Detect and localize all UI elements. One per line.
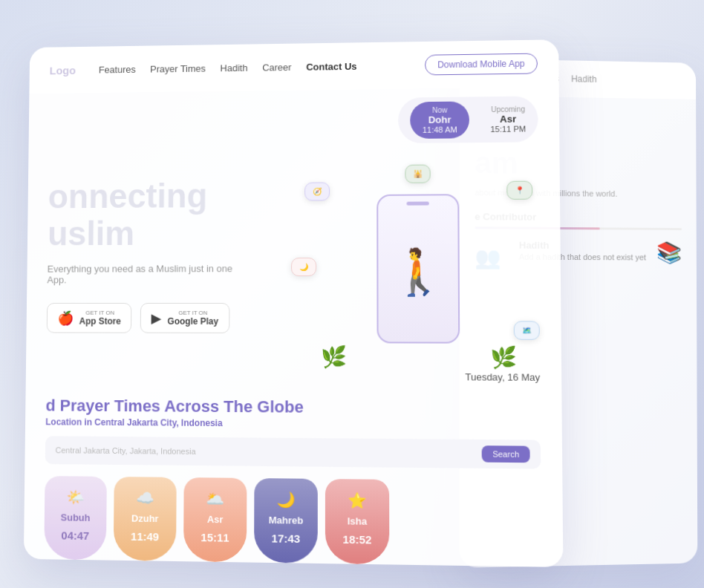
compass-icon: 🧭: [313, 187, 322, 195]
prayer-times-section: d Prayer Times Across The Globe Location…: [24, 376, 564, 567]
bubble-moon: 🌙: [291, 258, 316, 276]
google-play-icon: ▶: [151, 310, 162, 327]
app-store-button[interactable]: 🍎 GET IT ON App Store: [47, 303, 132, 333]
prayer-now: Now Dohr 11:48 AM: [411, 101, 469, 139]
hero-text: onnecting uslim Everything you need as a…: [46, 162, 299, 376]
hero-section: onnecting uslim Everything you need as a…: [26, 160, 561, 378]
nav-career[interactable]: Career: [262, 62, 291, 73]
back-nav-hadith: Hadith: [571, 74, 596, 84]
hero-illustration: 🕌 🧭 📍 🌙 🗺️: [299, 160, 540, 377]
phone-notch: [406, 202, 428, 206]
asr-time: 15:11: [201, 531, 229, 544]
prayer-upcoming: Upcoming Asr 15:11 PM: [490, 105, 526, 134]
prayer-card-fajr: 🌤️ Subuh 04:47: [44, 476, 107, 561]
hero-title-line1: onnecting: [48, 177, 207, 215]
leaf-left: 🌿: [321, 344, 347, 369]
hero-subtitle: Everything you need as a Muslim just in …: [47, 263, 236, 285]
nav-hadith[interactable]: Hadith: [220, 62, 247, 74]
search-placeholder: Central Jakarta City, Jakarta, Indonesia: [56, 445, 196, 456]
location-icon: 📍: [515, 186, 524, 195]
prayer-now-label: Now: [432, 106, 447, 114]
navbar: Logo Features Prayer Times Hadith Career…: [29, 39, 558, 94]
bubble-map: 🗺️: [514, 321, 540, 339]
hero-title-line2: uslim: [48, 214, 134, 252]
mosque-icon: 🕌: [413, 170, 422, 178]
isha-time: 18:52: [343, 533, 372, 546]
nav-logo: Logo: [50, 64, 76, 76]
asr-icon: 🌥️: [206, 489, 224, 508]
prayer-title-prefix: d Prayer Times Across The: [45, 396, 252, 416]
prayer-cards: 🌤️ Subuh 04:47 ☁️ Dzuhr 11:49 🌥️ Asr 15:…: [44, 476, 541, 567]
dhuhr-icon: ☁️: [136, 489, 154, 506]
fajr-icon: 🌤️: [66, 488, 85, 506]
search-button[interactable]: Search: [482, 445, 530, 463]
moon-icon: 🌙: [299, 263, 308, 271]
book-icon: 📚: [656, 240, 682, 264]
prayer-title-globe: Globe: [257, 397, 304, 416]
prayer-bar: Now Dohr 11:48 AM Upcoming Asr 15:11 PM: [398, 96, 538, 143]
dhuhr-name: Dzuhr: [131, 513, 159, 525]
bubble-location: 📍: [506, 181, 532, 200]
prayer-location: Location in Central Jakarta City, Indone…: [45, 416, 303, 429]
prayer-upcoming-label: Upcoming: [491, 105, 525, 114]
fajr-name: Subuh: [61, 512, 91, 523]
bubble-compass: 🧭: [304, 182, 330, 200]
bubble-mosque: 🕌: [405, 165, 430, 183]
leaf-right: 🌿: [490, 345, 517, 370]
prayer-upcoming-time: 15:11 PM: [490, 124, 526, 133]
nav-prayer-times[interactable]: Prayer Times: [150, 62, 206, 74]
isha-name: Isha: [348, 515, 367, 527]
prayer-card-isha: ⭐ Isha 18:52: [325, 479, 389, 564]
google-play-label: GET IT ON Google Play: [168, 310, 219, 327]
front-card: Logo Features Prayer Times Hadith Career…: [24, 39, 564, 567]
maghrib-icon: 🌙: [276, 491, 295, 509]
prayer-card-dhuhr: ☁️ Dzuhr 11:49: [114, 477, 177, 561]
asr-name: Asr: [207, 514, 224, 525]
apple-icon: 🍎: [57, 310, 74, 327]
google-play-button[interactable]: ▶ GET IT ON Google Play: [140, 303, 229, 333]
scene: Logo Features Prayer Times Hadith Career…: [0, 0, 704, 588]
prayer-section-title: d Prayer Times Across The Globe: [45, 396, 303, 417]
prayer-now-name: Dohr: [428, 114, 452, 125]
prayer-search-bar: Central Jakarta City, Jakarta, Indonesia…: [45, 436, 541, 468]
prayer-city: Central Jakarta City, Indonesia: [94, 417, 223, 428]
nav-links: Features Prayer Times Hadith Career Cont…: [99, 60, 407, 75]
hero-title: onnecting uslim: [48, 177, 299, 252]
prayer-upcoming-name: Asr: [500, 114, 516, 125]
download-button[interactable]: Download Mobile App: [425, 53, 538, 76]
prayer-card-asr: 🌥️ Asr 15:11: [183, 477, 247, 562]
app-store-label: GET IT ON App Store: [79, 310, 121, 327]
dhuhr-time: 11:49: [131, 530, 159, 543]
walking-figure: 🚶: [390, 249, 446, 294]
prayer-now-time: 11:48 AM: [423, 125, 457, 134]
nav-features[interactable]: Features: [99, 64, 136, 75]
maghrib-name: Mahreb: [269, 514, 304, 526]
fajr-time: 04:47: [61, 529, 89, 542]
store-buttons: 🍎 GET IT ON App Store ▶ GET IT ON Google…: [47, 303, 299, 333]
map-icon: 🗺️: [522, 326, 531, 334]
maghrib-time: 17:43: [272, 532, 301, 545]
isha-icon: ⭐: [348, 491, 366, 510]
prayer-card-maghrib: 🌙 Mahreb 17:43: [254, 478, 318, 564]
prayer-bar-wrap: Now Dohr 11:48 AM Upcoming Asr 15:11 PM: [28, 87, 559, 152]
nav-contact-us[interactable]: Contact Us: [306, 60, 356, 72]
